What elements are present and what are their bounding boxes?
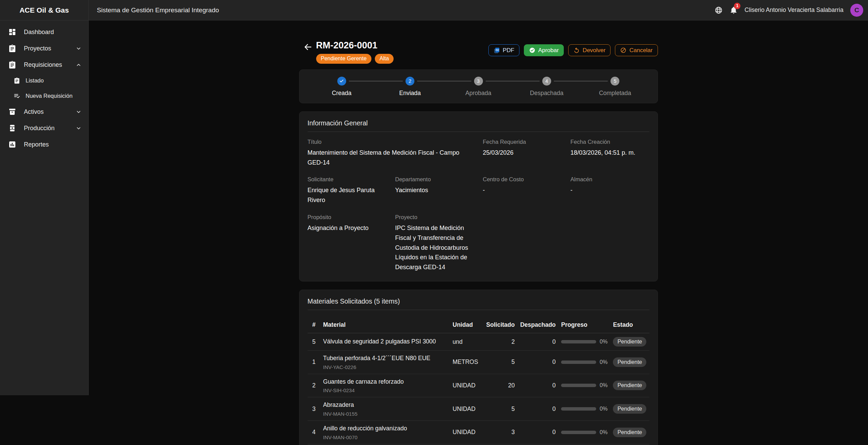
step-label: Creada (332, 90, 351, 97)
clipboard-icon (8, 44, 16, 52)
dashboard-icon (8, 28, 16, 36)
sidebar-item-listado[interactable]: Listado (0, 73, 88, 88)
table-row[interactable]: 3 Abrazadera INV-MAN-0155 UNIDAD 5 0 0% … (308, 397, 649, 421)
sidebar-item-reportes[interactable]: Reportes (0, 136, 88, 153)
step-creada: 1 Creada (308, 77, 376, 97)
step-label: Despachada (530, 90, 563, 97)
check-icon (339, 78, 344, 83)
step-label: Enviada (399, 90, 421, 97)
field-label: Proyecto (395, 214, 474, 220)
requested-qty: 5 (512, 405, 515, 412)
chevron-up-icon (76, 62, 82, 68)
field-value: Asignación a Proyecto (308, 223, 386, 233)
divider (308, 310, 649, 310)
sidebar-item-dashboard[interactable]: Dashboard (0, 24, 88, 40)
sidebar-item-label: Requisiciones (24, 61, 62, 68)
progress: 0% (561, 339, 607, 345)
step-completada: 5 Completada (581, 77, 649, 97)
approve-button[interactable]: Aprobar (524, 44, 564, 56)
field-value: - (483, 185, 562, 195)
field-value: Enrique de Jesus Paruta Rivero (308, 185, 386, 205)
sidebar-item-requisiciones[interactable]: Requisiciones (0, 57, 88, 73)
field-centro-de-costo: Centro de Costo - (483, 176, 562, 205)
table-row[interactable]: 5 Válvula de seguridad 2 pulgadas PSI 30… (308, 333, 649, 351)
title-block: RM-2026-0001 Pendiente Gerente Alta (316, 40, 394, 64)
sidebar-item-label: Proyectos (24, 45, 51, 52)
notifications-button[interactable]: 1 (730, 6, 738, 14)
sidebar-item-produccion[interactable]: Producción (0, 120, 88, 136)
language-globe-button[interactable] (715, 6, 723, 14)
field-label: Departamento (395, 176, 474, 183)
avatar[interactable]: C (850, 4, 863, 17)
chart-icon (8, 140, 16, 149)
step-circle: 4 (542, 77, 551, 86)
material-name: Abrazadera (323, 401, 447, 409)
col-num: # (308, 317, 321, 333)
step-despachada: 4 Despachada (513, 77, 581, 97)
field-label: Solicitante (308, 176, 386, 183)
badge-row: Pendiente Gerente Alta (316, 54, 394, 64)
material-unit: UNIDAD (453, 405, 475, 412)
sidebar-item-nueva-requisicion[interactable]: Nueva Requisición (0, 88, 88, 104)
field-almacen: Almacén - (571, 176, 649, 205)
col-unidad: Unidad (450, 317, 484, 333)
field-value: - (571, 185, 649, 195)
field-solicitante: Solicitante Enrique de Jesus Paruta Rive… (308, 176, 386, 205)
user-name[interactable]: Cliserio Antonio Veracierta Salabarria (745, 6, 843, 14)
material-unit: und (453, 338, 462, 345)
requested-qty: 2 (512, 338, 515, 345)
priority-badge: Alta (375, 54, 394, 64)
sidebar-item-activos[interactable]: Activos (0, 104, 88, 120)
field-fecha-requerida: Fecha Requerida 25/03/2026 (483, 139, 562, 168)
back-arrow-icon (304, 43, 312, 51)
globe-icon (715, 6, 723, 14)
progress-bar (561, 407, 596, 411)
field-proyecto: Proyecto IPC Sistema de Medición Fiscal … (395, 214, 474, 272)
pdf-button[interactable]: PDF (488, 44, 519, 56)
sidebar-item-proyectos[interactable]: Proyectos (0, 40, 88, 57)
divider (308, 132, 649, 132)
field-value: Yacimientos (395, 185, 474, 195)
return-button-label: Devolver (583, 47, 605, 54)
step-circle: 5 (610, 77, 619, 86)
materials-table-body: 5 Válvula de seguridad 2 pulgadas PSI 30… (308, 333, 649, 444)
dispatched-qty: 0 (553, 358, 556, 365)
cancel-button-label: Cancelar (629, 47, 652, 54)
row-number: 1 (312, 358, 316, 365)
progress-bar (561, 360, 596, 364)
material-name: Anillo de reducción galvanizado (323, 425, 447, 433)
table-row[interactable]: 1 Tuberia perforada 4-1/2´´´EUE N80 EUE … (308, 351, 649, 374)
field-label: Propósito (308, 214, 386, 220)
field-label: Fecha Requerida (483, 139, 562, 145)
barrel-icon (8, 124, 16, 132)
progress-label: 0% (600, 406, 607, 412)
info-grid: Título Mantenimiento del Sistema de Medi… (308, 139, 649, 272)
step-circle: 3 (474, 77, 483, 86)
step-number: 5 (614, 78, 616, 84)
step-number: 3 (477, 78, 480, 84)
back-button[interactable] (301, 40, 315, 54)
status-badge: Pendiente (613, 337, 646, 347)
material-name: Tuberia perforada 4-1/2´´´EUE N80 EUE (323, 354, 447, 363)
table-row[interactable]: 4 Anillo de reducción galvanizado INV-MA… (308, 420, 649, 444)
status-badge: Pendiente (613, 381, 646, 390)
return-button[interactable]: Devolver (568, 44, 610, 56)
material-unit: UNIDAD (453, 382, 475, 389)
dispatched-qty: 0 (553, 338, 556, 345)
field-fecha-creacion: Fecha Creación 18/03/2026, 04:51 p. m. (571, 139, 649, 168)
undo-icon (573, 47, 580, 53)
sidebar-item-label: Dashboard (24, 29, 54, 36)
materials-heading: Materiales Solicitados (5 items) (308, 297, 649, 305)
table-row[interactable]: 2 Guantes de carnaza reforzado INV-SIH-0… (308, 374, 649, 397)
cancel-button[interactable]: Cancelar (615, 44, 658, 56)
status-badge: Pendiente (613, 404, 646, 414)
progress-bar (561, 431, 596, 434)
requested-qty: 5 (512, 358, 515, 365)
requested-qty: 3 (512, 429, 515, 435)
material-code: INV-YAC-0226 (323, 364, 447, 370)
field-value: IPC Sistema de Medición Fiscal y Transfe… (395, 223, 474, 272)
material-name: Válvula de seguridad 2 pulgadas PSI 3000 (323, 338, 447, 346)
check-circle-icon (529, 47, 535, 53)
progress-label: 0% (600, 429, 607, 435)
status-badge: Pendiente (613, 357, 646, 367)
